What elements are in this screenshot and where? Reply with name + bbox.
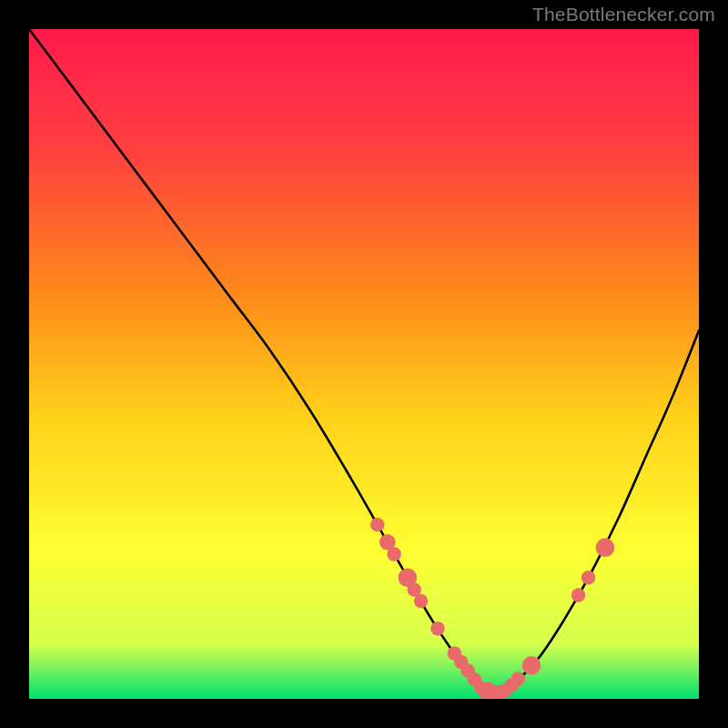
data-marker: [581, 571, 595, 584]
chart-outer: TheBottlenecker.com: [0, 0, 728, 728]
bottleneck-chart: [29, 29, 699, 699]
data-marker: [522, 656, 541, 675]
data-marker: [571, 588, 585, 602]
gradient-background: [29, 29, 699, 699]
plot-area: [29, 29, 699, 699]
data-marker: [511, 672, 525, 685]
data-marker: [596, 538, 615, 557]
data-marker: [387, 547, 400, 561]
data-marker: [370, 518, 384, 531]
attribution-label: TheBottlenecker.com: [532, 4, 715, 25]
data-marker: [414, 594, 428, 608]
data-marker: [430, 622, 444, 635]
